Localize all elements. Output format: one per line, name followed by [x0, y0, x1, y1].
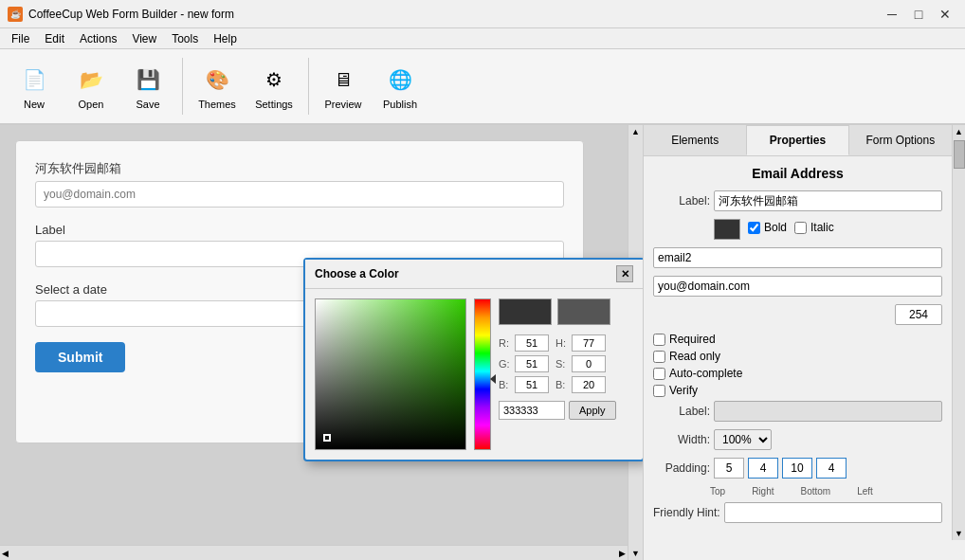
color-swatch-current[interactable] — [499, 298, 552, 325]
italic-label: Italic — [810, 221, 834, 234]
scroll-left-icon[interactable]: ◀ — [2, 549, 9, 558]
panel-scroll-up[interactable]: ▲ — [953, 125, 965, 138]
toolbar-new-button[interactable]: 📄 New — [8, 53, 61, 119]
readonly-checkbox[interactable] — [653, 351, 665, 363]
toolbar-preview-button[interactable]: 🖥 Preview — [317, 53, 370, 119]
open-icon: 📂 — [74, 63, 108, 97]
width-prop-row: Width: 100% 75% 50% 25% — [653, 429, 942, 450]
padding-top-input[interactable] — [714, 458, 744, 479]
menu-actions[interactable]: Actions — [72, 30, 124, 47]
menu-tools[interactable]: Tools — [164, 30, 206, 47]
padding-section: Padding: Top Right Bottom — [653, 458, 942, 497]
submit-button[interactable]: Submit — [35, 342, 125, 372]
scroll-up-icon[interactable]: ▲ — [631, 127, 640, 136]
toolbar-save-label: Save — [136, 99, 159, 110]
label2-input[interactable] — [714, 401, 942, 422]
tabindex-input[interactable] — [895, 304, 942, 325]
panel-scroll-thumb[interactable] — [954, 140, 965, 169]
padding-left-input[interactable] — [816, 458, 847, 479]
gradient-cursor — [323, 434, 331, 442]
padding-bottom-input[interactable] — [782, 458, 812, 479]
label2-prop-label: Label: — [653, 405, 710, 418]
panel-scroll-down[interactable]: ▼ — [953, 527, 965, 540]
apply-button[interactable]: Apply — [569, 401, 616, 420]
themes-icon: 🎨 — [200, 63, 234, 97]
panel-content: Email Address Label: Bold — [644, 156, 952, 540]
menu-edit[interactable]: Edit — [37, 30, 72, 47]
toolbar-publish-button[interactable]: 🌐 Publish — [373, 53, 427, 119]
h-input[interactable] — [572, 334, 606, 352]
toolbar-save-button[interactable]: 💾 Save — [121, 53, 174, 119]
panel-scrollbar[interactable]: ▲ ▼ — [952, 125, 965, 540]
color-gradient-picker[interactable] — [315, 298, 466, 450]
readonly-label: Read only — [669, 350, 720, 363]
g-label: G: — [499, 358, 512, 370]
b2-label: B: — [555, 379, 569, 390]
panel-main: Elements Properties Form Options Email A… — [644, 125, 952, 540]
verify-row: Verify — [653, 384, 942, 397]
hex-row: Apply — [499, 401, 616, 420]
name-prop-row — [653, 247, 942, 268]
label-input[interactable] — [714, 190, 942, 211]
required-checkbox[interactable] — [653, 334, 665, 346]
dialog-body: R: H: G: S: B: B: — [305, 289, 643, 460]
color-swatch-button[interactable] — [714, 219, 740, 240]
scroll-down-icon[interactable]: ▼ — [631, 549, 640, 558]
b2-input[interactable] — [572, 376, 606, 393]
tab-form-options[interactable]: Form Options — [849, 125, 952, 155]
color-g-row: G: S: — [499, 355, 616, 372]
toolbar-themes-label: Themes — [198, 99, 236, 110]
toolbar-settings-button[interactable]: ⚙ Settings — [247, 53, 300, 119]
autocomplete-checkbox[interactable] — [653, 368, 665, 380]
required-label: Required — [669, 333, 716, 346]
padding-labels: Top Right Bottom Left — [710, 486, 942, 497]
preview-icon: 🖥 — [326, 63, 360, 97]
field-label-email: 河东软件园邮箱 — [35, 160, 564, 177]
bold-checkbox[interactable] — [748, 222, 760, 234]
window-controls: ─ □ ✕ — [880, 4, 957, 25]
g-input[interactable] — [515, 355, 549, 372]
padding-right-label: Right — [752, 486, 774, 497]
new-icon: 📄 — [17, 63, 51, 97]
hint-input[interactable] — [724, 502, 942, 523]
tab-elements[interactable]: Elements — [644, 125, 746, 155]
window-title: CoffeeCup Web Form Builder - new form — [28, 8, 234, 21]
bold-label: Bold — [764, 221, 787, 234]
padding-right-input[interactable] — [748, 458, 778, 479]
dialog-title-bar: Choose a Color ✕ — [305, 260, 643, 289]
minimize-button[interactable]: ─ — [880, 4, 904, 25]
close-button[interactable]: ✕ — [933, 4, 957, 25]
tab-properties[interactable]: Properties — [746, 125, 848, 155]
hex-input[interactable] — [499, 401, 565, 420]
color-b-row: B: B: — [499, 376, 616, 393]
verify-checkbox[interactable] — [653, 385, 665, 397]
toolbar-new-label: New — [24, 99, 45, 110]
menu-view[interactable]: View — [124, 30, 164, 47]
readonly-row: Read only — [653, 350, 942, 363]
italic-checkbox[interactable] — [794, 222, 807, 234]
panel-title: Email Address — [653, 166, 942, 181]
gradient-bg — [316, 299, 465, 449]
width-select[interactable]: 100% 75% 50% 25% — [714, 429, 772, 450]
autocomplete-row: Auto-complete — [653, 367, 942, 380]
b-input[interactable] — [515, 376, 549, 393]
default-input[interactable] — [653, 276, 942, 297]
name-input[interactable] — [653, 247, 942, 268]
toolbar-themes-button[interactable]: 🎨 Themes — [191, 53, 244, 119]
default-prop-row — [653, 276, 942, 297]
r-input[interactable] — [515, 334, 549, 352]
form-field-email: 河东软件园邮箱 — [35, 160, 564, 208]
color-swatch-previous[interactable] — [557, 298, 610, 325]
scroll-right-icon[interactable]: ▶ — [619, 549, 626, 558]
menu-file[interactable]: File — [4, 30, 37, 47]
required-row: Required — [653, 333, 942, 346]
menu-help[interactable]: Help — [206, 30, 245, 47]
field-label-text: Label — [35, 223, 564, 237]
maximize-button[interactable]: □ — [906, 4, 931, 25]
scroll-bar-h[interactable]: ◀ ▶ — [0, 545, 628, 560]
color-spectrum[interactable] — [474, 298, 491, 450]
toolbar-open-button[interactable]: 📂 Open — [64, 53, 118, 119]
dialog-close-button[interactable]: ✕ — [616, 265, 633, 282]
s-input[interactable] — [572, 355, 606, 372]
field-input-email[interactable] — [35, 181, 564, 208]
